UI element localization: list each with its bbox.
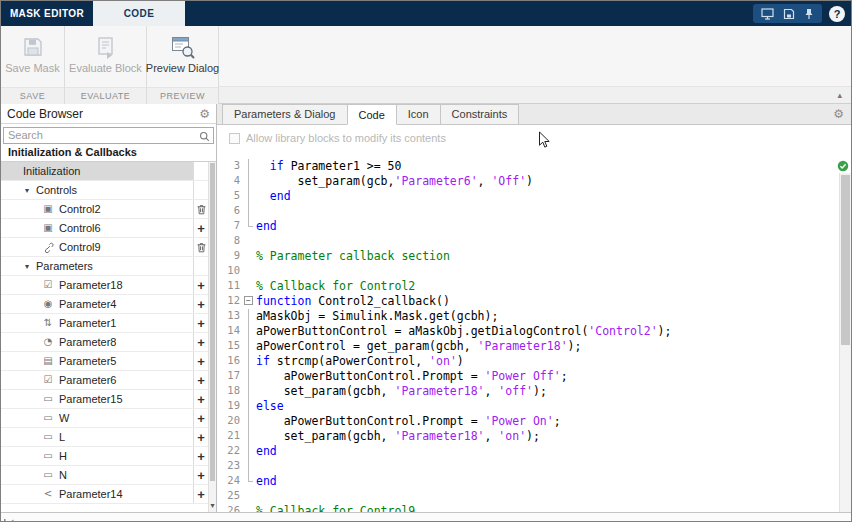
add-icon[interactable]: + [193, 314, 208, 332]
code-line-9[interactable]: 9% Parameter callback section [217, 249, 837, 264]
tab-code[interactable]: CODE [93, 1, 185, 26]
gear-icon[interactable]: ⚙ [833, 108, 844, 120]
delete-icon[interactable] [193, 200, 208, 218]
code-line-8[interactable]: 8 [217, 234, 837, 249]
scroll-down-icon[interactable]: ▾ [209, 501, 216, 510]
tree-group-parameters[interactable]: ▾Parameters [1, 257, 208, 276]
add-icon[interactable]: + [193, 428, 208, 446]
tree-item-parameter6[interactable]: ☑Parameter6+ [1, 371, 208, 390]
code-text[interactable] [256, 489, 837, 504]
code-line-21[interactable]: 21 set_param(gcbh, 'Parameter18', 'on'); [217, 429, 837, 444]
code-line-25[interactable]: 25 [217, 489, 837, 504]
code-text[interactable]: end [256, 189, 837, 204]
code-line-24[interactable]: 24end [217, 474, 837, 489]
code-line-4[interactable]: 4 set_param(gcb,'Parameter6', 'Off') [217, 174, 837, 189]
code-line-26[interactable]: 26% Callback for Control9 [217, 504, 837, 512]
code-text[interactable]: aPowerButtonControl = aMaskObj.getDialog… [256, 324, 837, 339]
collapse-ribbon-icon[interactable]: ▴ [837, 90, 842, 100]
caret-down-icon[interactable]: ▾ [25, 262, 29, 271]
code-text[interactable]: end [256, 219, 837, 234]
add-icon[interactable]: + [193, 371, 208, 389]
code-text[interactable]: % Callback for Control9 [256, 504, 837, 512]
tree-item-parameter5[interactable]: ▤Parameter5+ [1, 352, 208, 371]
save-mask-button[interactable]: Save Mask [1, 30, 64, 86]
code-editor[interactable]: 3 if Parameter1 >= 504 set_param(gcb,'Pa… [217, 151, 851, 512]
code-text[interactable]: aPowerControl = get_param(gcbh, 'Paramet… [256, 339, 837, 354]
code-text[interactable] [256, 234, 837, 249]
code-text[interactable] [256, 459, 837, 474]
tree-item-control2[interactable]: ▣Control2 [1, 200, 208, 219]
add-icon[interactable]: + [193, 447, 208, 465]
add-icon[interactable]: + [193, 219, 208, 237]
code-text[interactable]: aPowerButtonControl.Prompt = 'Power On'; [256, 414, 837, 429]
code-text[interactable]: if strcmp(aPowerControl, 'on') [256, 354, 837, 369]
code-text[interactable]: set_param(gcbh, 'Parameter18', 'on'); [256, 429, 837, 444]
code-line-23[interactable]: 23 [217, 459, 837, 474]
code-line-11[interactable]: 11% Callback for Control2 [217, 279, 837, 294]
code-line-12[interactable]: 12−function Control2_callback() [217, 294, 837, 309]
code-text[interactable]: % Callback for Control2 [256, 279, 837, 294]
evaluate-block-button[interactable]: Evaluate Block [65, 30, 146, 86]
help-icon[interactable]: ? [829, 6, 845, 22]
add-icon[interactable]: + [193, 485, 208, 503]
code-text[interactable]: % Parameter callback section [256, 249, 837, 264]
tree-item-w[interactable]: ▭W+ [1, 409, 208, 428]
fold-collapse-icon[interactable]: − [244, 296, 253, 305]
tree-item-l[interactable]: ▭L+ [1, 428, 208, 447]
tab-mask-editor[interactable]: MASK EDITOR [1, 1, 93, 26]
tree-item-n[interactable]: ▭N+ [1, 466, 208, 485]
library-checkbox[interactable] [229, 133, 240, 144]
tree-item-parameter15[interactable]: ▭Parameter15+ [1, 390, 208, 409]
code-text[interactable]: else [256, 399, 837, 414]
tree-group-controls[interactable]: ▾Controls [1, 181, 208, 200]
code-line-16[interactable]: 16if strcmp(aPowerControl, 'on') [217, 354, 837, 369]
code-line-13[interactable]: 13aMaskObj = Simulink.Mask.get(gcbh); [217, 309, 837, 324]
caret-down-icon[interactable]: ▾ [25, 186, 29, 195]
code-text[interactable] [256, 264, 837, 279]
code-line-20[interactable]: 20 aPowerButtonControl.Prompt = 'Power O… [217, 414, 837, 429]
code-line-18[interactable]: 18 set_param(gcbh, 'Parameter18', 'off')… [217, 384, 837, 399]
code-text[interactable]: end [256, 474, 837, 489]
collapse-panel-icon[interactable] [4, 513, 14, 522]
code-text[interactable]: set_param(gcbh, 'Parameter18', 'off'); [256, 384, 837, 399]
add-icon[interactable]: + [193, 352, 208, 370]
add-icon[interactable]: + [193, 333, 208, 351]
add-icon[interactable]: + [193, 409, 208, 427]
code-line-22[interactable]: 22end [217, 444, 837, 459]
code-line-17[interactable]: 17 aPowerButtonControl.Prompt = 'Power O… [217, 369, 837, 384]
tab-parameters-dialog[interactable]: Parameters & Dialog [222, 104, 348, 124]
editor-scrollbar-thumb[interactable] [841, 175, 850, 345]
preview-dialog-button[interactable]: Preview Dialog [147, 30, 218, 86]
code-text[interactable]: function Control2_callback() [256, 294, 837, 309]
code-line-3[interactable]: 3 if Parameter1 >= 50 [217, 159, 837, 174]
code-line-10[interactable]: 10 [217, 264, 837, 279]
tree-scrollbar[interactable]: ▾ [208, 162, 216, 512]
code-line-19[interactable]: 19else [217, 399, 837, 414]
tree-item-parameter8[interactable]: ◔Parameter8+ [1, 333, 208, 352]
code-line-6[interactable]: 6 [217, 204, 837, 219]
code-text[interactable]: set_param(gcb,'Parameter6', 'Off') [256, 174, 837, 189]
code-line-15[interactable]: 15aPowerControl = get_param(gcbh, 'Param… [217, 339, 837, 354]
gear-icon[interactable]: ⚙ [199, 108, 210, 120]
display-icon[interactable] [761, 8, 774, 20]
search-input[interactable] [3, 127, 214, 144]
tab-code-pane[interactable]: Code [347, 104, 397, 125]
tree-item-control6[interactable]: ▣Control6+ [1, 219, 208, 238]
add-icon[interactable]: + [193, 390, 208, 408]
add-icon[interactable]: + [193, 276, 208, 294]
code-line-7[interactable]: 7end [217, 219, 837, 234]
editor-scrollbar[interactable] [839, 173, 851, 512]
tree-item-initialization[interactable]: Initialization [1, 162, 208, 181]
tree-item-parameter4[interactable]: ◉Parameter4+ [1, 295, 208, 314]
tree-item-control9[interactable]: Control9 [1, 238, 208, 257]
tree-item-parameter18[interactable]: ☑Parameter18+ [1, 276, 208, 295]
add-icon[interactable]: + [193, 466, 208, 484]
tab-constraints[interactable]: Constraints [440, 104, 520, 124]
pin-icon[interactable] [804, 8, 814, 20]
add-icon[interactable]: + [193, 295, 208, 313]
code-text[interactable]: aMaskObj = Simulink.Mask.get(gcbh); [256, 309, 837, 324]
tree-scrollbar-thumb[interactable] [210, 163, 215, 481]
code-text[interactable] [256, 204, 837, 219]
code-text[interactable]: if Parameter1 >= 50 [256, 159, 837, 174]
tree-item-parameter14[interactable]: <Parameter14+ [1, 485, 208, 504]
